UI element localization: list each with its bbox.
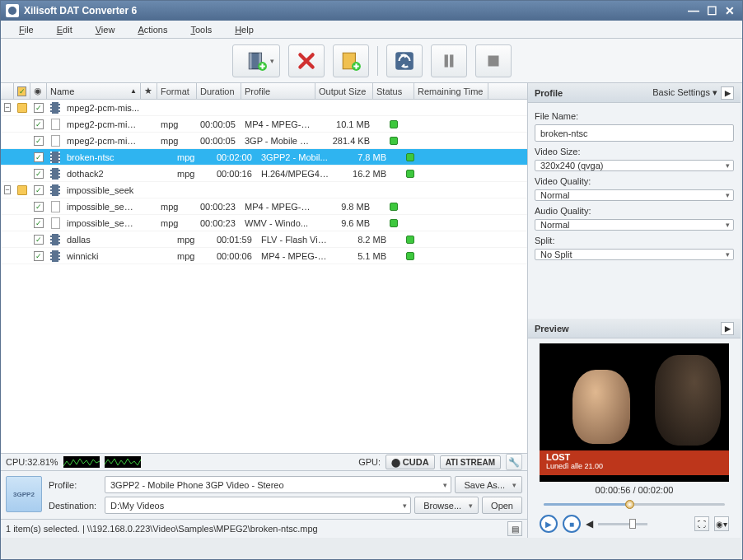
- stop-button[interactable]: [475, 44, 512, 77]
- row-name: dothack2: [63, 169, 157, 179]
- col-duration[interactable]: Duration: [197, 83, 241, 99]
- snapshot-button[interactable]: ◉▾: [714, 516, 729, 531]
- split-combo[interactable]: No Split: [535, 249, 734, 260]
- col-status[interactable]: Status: [373, 83, 414, 99]
- table-row[interactable]: ✓dallasmpg00:01:59FLV - Flash Vid...8.2 …: [1, 231, 527, 248]
- minimize-button[interactable]: —: [686, 3, 701, 18]
- volume-slider[interactable]: [598, 523, 647, 525]
- destination-combo[interactable]: D:\My Videos: [105, 497, 411, 514]
- folder-icon: [17, 103, 27, 113]
- preview-title: Preview: [535, 324, 569, 334]
- menu-help[interactable]: Help: [223, 22, 265, 37]
- fullscreen-button[interactable]: ⛶: [694, 516, 709, 531]
- table-row[interactable]: ✓impossible_seek...mpg00:00:23WMV - Wind…: [1, 215, 527, 231]
- table-row[interactable]: ✓impossible_seek...mpg00:00:23MP4 - MPEG…: [1, 198, 527, 215]
- row-name: impossible_seek...: [63, 202, 141, 212]
- expand-icon[interactable]: −: [4, 103, 11, 112]
- close-button[interactable]: ✕: [722, 3, 737, 18]
- row-profile: MP4 - MPEG-4 ...: [258, 251, 332, 261]
- row-duration: 00:00:23: [197, 202, 241, 212]
- file-list: ✓ ◉ Name ▲ ★ Format Duration Profile Out…: [1, 83, 527, 453]
- table-row[interactable]: ✓broken-ntscmpg00:02:003GPP2 - Mobil...7…: [1, 149, 527, 166]
- ati-badge[interactable]: ATI STREAM: [440, 455, 501, 469]
- menu-actions[interactable]: Actions: [126, 22, 179, 37]
- row-checkbox[interactable]: ✓: [34, 152, 44, 162]
- profile-combo[interactable]: 3GPP2 - Mobile Phone 3GP Video - Stereo: [105, 476, 451, 493]
- add-profile-button[interactable]: [333, 44, 369, 77]
- preview-expand-button[interactable]: ▶: [721, 322, 734, 335]
- add-file-button[interactable]: [232, 44, 280, 77]
- remove-button[interactable]: [288, 44, 325, 77]
- row-checkbox[interactable]: ✓: [34, 119, 44, 129]
- row-name: mpeg2-pcm-mis...: [63, 103, 157, 113]
- row-checkbox[interactable]: ✓: [34, 202, 44, 212]
- row-checkbox[interactable]: ✓: [34, 136, 44, 146]
- row-output: 9.8 MB: [315, 202, 373, 212]
- seek-slider[interactable]: [544, 498, 725, 510]
- preview-video[interactable]: LOST Lunedì alle 21.00: [540, 343, 729, 482]
- row-checkbox[interactable]: ✓: [34, 235, 44, 245]
- row-checkbox[interactable]: ✓: [34, 251, 44, 261]
- menu-file[interactable]: File: [7, 22, 45, 37]
- col-output[interactable]: Output Size: [315, 83, 373, 99]
- col-format[interactable]: Format: [157, 83, 197, 99]
- row-output: 7.8 MB: [332, 152, 390, 162]
- expand-icon[interactable]: −: [4, 185, 11, 194]
- row-output: 10.1 MB: [315, 119, 373, 129]
- table-row[interactable]: ✓winnickimpg00:00:06MP4 - MPEG-4 ...5.1 …: [1, 248, 527, 264]
- row-format: mpg: [157, 202, 197, 212]
- videosize-combo[interactable]: 320x240 (qvga): [535, 160, 734, 171]
- table-row[interactable]: ✓mpeg2-pcm-mis...mpg00:00:053GP - Mobile…: [1, 133, 527, 149]
- filename-input[interactable]: broken-ntsc: [535, 124, 734, 142]
- volume-icon[interactable]: ◀: [586, 518, 593, 530]
- pause-button[interactable]: [431, 44, 467, 77]
- videosize-label: Video Size:: [535, 147, 734, 156]
- film-icon: [50, 184, 60, 196]
- col-name[interactable]: Name ▲: [47, 83, 141, 99]
- row-profile: 3GPP2 - Mobil...: [258, 152, 332, 162]
- row-checkbox[interactable]: ✓: [34, 103, 44, 113]
- menu-view[interactable]: View: [84, 22, 127, 37]
- window-title: Xilisoft DAT Converter 6: [24, 5, 683, 16]
- table-row[interactable]: ✓mpeg2-pcm-mis...mpg00:00:05MP4 - MPEG-4…: [1, 116, 527, 133]
- table-row[interactable]: ✓dothack2mpg00:00:16H.264/MPEG4 ...16.2 …: [1, 166, 527, 182]
- col-expand[interactable]: [1, 83, 14, 99]
- settings-button[interactable]: 🔧: [506, 454, 522, 470]
- audioquality-combo[interactable]: Normal: [535, 219, 734, 231]
- row-format: mpg: [174, 251, 213, 261]
- save-as-button[interactable]: Save As...: [455, 476, 522, 493]
- browse-button[interactable]: Browse...: [414, 497, 479, 514]
- maximize-button[interactable]: ☐: [704, 3, 719, 18]
- row-checkbox[interactable]: ✓: [34, 185, 44, 195]
- menubar: File Edit View Actions Tools Help: [1, 21, 742, 39]
- film-icon: [50, 168, 60, 180]
- status-icon: [390, 137, 398, 145]
- play-button[interactable]: ▶: [540, 515, 558, 533]
- menu-tools[interactable]: Tools: [179, 22, 223, 37]
- stop-preview-button[interactable]: ■: [563, 515, 581, 533]
- videoquality-combo[interactable]: Normal: [535, 189, 734, 201]
- profile-expand-button[interactable]: ▶: [721, 86, 734, 100]
- table-row[interactable]: −✓impossible_seek: [1, 182, 527, 198]
- table-row[interactable]: −✓mpeg2-pcm-mis...: [1, 100, 527, 116]
- row-checkbox[interactable]: ✓: [34, 218, 44, 228]
- col-profile[interactable]: Profile: [241, 83, 315, 99]
- destination-label: Destination:: [49, 501, 101, 511]
- row-profile: WMV - Windo...: [241, 218, 315, 228]
- row-checkbox[interactable]: ✓: [34, 169, 44, 179]
- row-duration: 00:01:59: [213, 235, 258, 245]
- col-checkbox[interactable]: ✓: [14, 83, 30, 99]
- col-remaining[interactable]: Remaining Time: [414, 83, 488, 99]
- col-star[interactable]: ★: [141, 83, 157, 99]
- col-type[interactable]: ◉: [30, 83, 47, 99]
- convert-button[interactable]: [386, 44, 423, 77]
- basic-settings-link[interactable]: Basic Settings ▾: [652, 87, 717, 98]
- film-icon: [50, 102, 60, 114]
- profile-label: Profile:: [49, 480, 101, 490]
- open-button[interactable]: Open: [482, 497, 522, 514]
- preview-banner: LOST Lunedì alle 21.00: [540, 450, 729, 475]
- row-output: 281.4 KB: [315, 136, 373, 146]
- list-view-button[interactable]: ▤: [507, 521, 522, 536]
- menu-edit[interactable]: Edit: [45, 22, 84, 37]
- cuda-badge[interactable]: ⬤ CUDA: [386, 455, 435, 469]
